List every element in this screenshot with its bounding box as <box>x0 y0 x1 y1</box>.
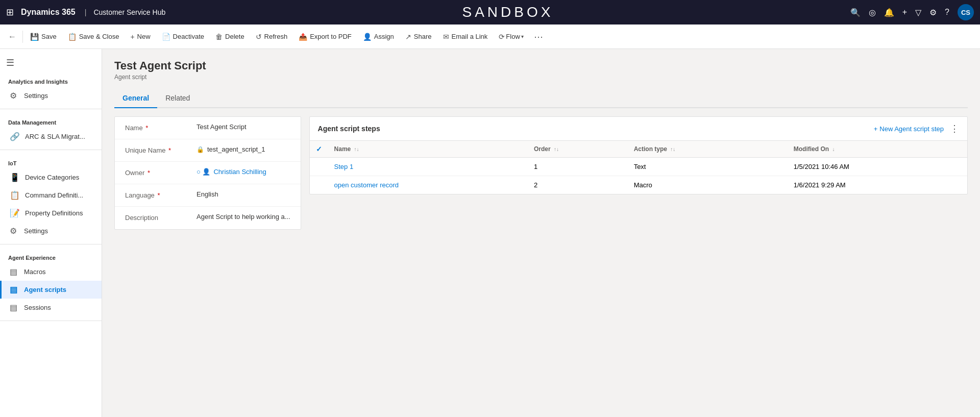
sidebar-item-label-command-def: Command Definiti... <box>25 191 83 199</box>
sidebar-item-label-property-def: Property Definitions <box>25 209 83 217</box>
sidebar-sections: Analytics and Insights⚙SettingsData Mana… <box>0 72 102 321</box>
delete-button[interactable]: 🗑 Delete <box>210 30 250 44</box>
bell-icon[interactable]: 🔔 <box>884 8 894 17</box>
sidebar-item-settings-iot[interactable]: ⚙Settings <box>0 222 102 240</box>
assign-button[interactable]: 👤 Assign <box>358 30 399 44</box>
more-actions-button[interactable]: ⋯ <box>530 29 547 44</box>
form-label-name: Name * <box>125 123 197 132</box>
new-icon: + <box>130 33 134 41</box>
col-order-header[interactable]: Order ↑↓ <box>528 141 628 158</box>
step-action-1: Macro <box>628 176 788 194</box>
table-row: open customer record2Macro1/6/2021 9:29 … <box>310 176 967 194</box>
col-name-header[interactable]: Name ↑↓ <box>328 141 528 158</box>
tab-related[interactable]: Related <box>157 89 198 108</box>
form-label-description: Description <box>125 213 197 222</box>
flow-chevron-icon: ▾ <box>521 34 524 39</box>
table-row: Step 11Text1/5/2021 10:46 AM <box>310 158 967 176</box>
sidebar-item-icon-property-def: 📝 <box>10 208 20 218</box>
search-icon[interactable]: 🔍 <box>850 8 861 17</box>
form-row-owner: Owner *○ 👤 Christian Schilling <box>115 162 301 184</box>
row-check-0[interactable] <box>310 158 328 176</box>
col-action-header[interactable]: Action type ↑↓ <box>628 141 788 158</box>
share-button[interactable]: ↗ Share <box>400 30 437 44</box>
plus-step-icon: + <box>874 125 878 133</box>
steps-table-body: Step 11Text1/5/2021 10:46 AMopen custome… <box>310 158 967 194</box>
page-header: Test Agent Script Agent script <box>114 59 968 81</box>
sidebar-item-label-settings-iot: Settings <box>24 227 48 235</box>
sidebar-item-agent-scripts[interactable]: ▤Agent scripts <box>0 281 102 299</box>
lock-icon: 🔒 <box>197 146 204 153</box>
flow-button[interactable]: ⟳ Flow ▾ <box>494 30 528 44</box>
sidebar-item-device-categories[interactable]: 📱Device Categories <box>0 168 102 186</box>
form-row-description: DescriptionAgent Script to help working … <box>115 207 301 229</box>
form-value-unique-name: 🔒test_agent_script_1 <box>197 145 290 153</box>
tab-general[interactable]: General <box>114 89 157 108</box>
delete-icon: 🗑 <box>215 33 223 41</box>
sidebar-section-label: IoT <box>0 154 102 168</box>
user-avatar[interactable]: CS <box>958 4 974 20</box>
sidebar-toggle-button[interactable]: ☰ <box>0 53 102 72</box>
filter-icon[interactable]: ▽ <box>915 8 921 17</box>
steps-header: Agent script steps + New Agent script st… <box>310 117 967 141</box>
col-check: ✓ <box>310 141 328 158</box>
export-button[interactable]: 📤 Export to PDF <box>293 30 357 44</box>
steps-card: Agent script steps + New Agent script st… <box>309 116 968 194</box>
sidebar-item-icon-device-categories: 📱 <box>10 173 20 182</box>
gear-icon[interactable]: ⚙ <box>929 8 937 17</box>
name-sort-icon: ↑↓ <box>354 146 359 152</box>
sidebar-divider <box>0 150 102 150</box>
save-label: Save <box>41 33 57 40</box>
sidebar-item-label-device-categories: Device Categories <box>25 174 79 181</box>
form-value-name: Test Agent Script <box>197 123 290 131</box>
form-value-language: English <box>197 190 290 198</box>
form-text-language: English <box>197 190 218 198</box>
form-text-name: Test Agent Script <box>197 123 247 131</box>
action-sort-icon: ↑↓ <box>670 146 675 152</box>
form-row-name: Name *Test Agent Script <box>115 117 301 139</box>
sidebar-item-icon-macros: ▤ <box>10 267 19 277</box>
form-row-language: Language *English <box>115 184 301 207</box>
sidebar-section-label: Data Management <box>0 113 102 128</box>
required-indicator: * <box>144 124 149 132</box>
new-button[interactable]: + New <box>125 30 155 44</box>
deactivate-button[interactable]: 📄 Deactivate <box>157 30 209 44</box>
brand-name: Dynamics 365 <box>21 8 76 17</box>
steps-table: ✓ Name ↑↓ Order ↑↓ Action type ↑↓ <box>310 141 967 194</box>
sidebar-divider <box>0 109 102 109</box>
sidebar-item-icon-agent-scripts: ▤ <box>10 285 19 295</box>
sidebar-item-macros[interactable]: ▤Macros <box>0 263 102 281</box>
help-icon[interactable]: ? <box>945 8 949 17</box>
save-close-button[interactable]: 📋 Save & Close <box>63 30 125 44</box>
new-label: New <box>137 33 151 40</box>
plus-icon[interactable]: + <box>902 8 907 17</box>
form-value-owner[interactable]: ○ 👤 Christian Schilling <box>197 168 290 176</box>
refresh-button[interactable]: ↺ Refresh <box>251 30 293 44</box>
row-check-1[interactable] <box>310 176 328 194</box>
toolbar-separator-1 <box>22 31 23 43</box>
sidebar-item-arc-sla[interactable]: 🔗ARC & SLA Migrat... <box>0 128 102 145</box>
export-icon: 📤 <box>299 33 307 41</box>
step-name-0[interactable]: Step 1 <box>328 158 528 176</box>
sidebar-item-icon-settings-ai: ⚙ <box>10 91 19 101</box>
step-modified-0: 1/5/2021 10:46 AM <box>788 158 967 176</box>
assign-label: Assign <box>374 33 394 40</box>
sidebar-item-property-def[interactable]: 📝Property Definitions <box>0 204 102 222</box>
sandbox-title: SANDBOX <box>170 4 845 20</box>
step-modified-1: 1/6/2021 9:29 AM <box>788 176 967 194</box>
steps-more-button[interactable]: ⋮ <box>950 123 959 134</box>
col-modified-header[interactable]: Modified On ↓ <box>788 141 967 158</box>
add-step-button[interactable]: + New Agent script step <box>874 125 944 133</box>
back-button[interactable]: ← <box>4 30 20 43</box>
sidebar-item-icon-arc-sla: 🔗 <box>10 132 20 141</box>
step-name-1[interactable]: open customer record <box>328 176 528 194</box>
share-icon: ↗ <box>405 33 411 41</box>
sidebar-item-settings-ai[interactable]: ⚙Settings <box>0 87 102 105</box>
target-icon[interactable]: ◎ <box>869 8 876 17</box>
refresh-label: Refresh <box>264 33 288 40</box>
email-button[interactable]: ✉ Email a Link <box>438 30 493 44</box>
sidebar-item-command-def[interactable]: 📋Command Definiti... <box>0 186 102 204</box>
sidebar-item-sessions[interactable]: ▤Sessions <box>0 299 102 316</box>
waffle-menu[interactable]: ⊞ <box>6 7 14 18</box>
save-button[interactable]: 💾 Save <box>25 30 62 44</box>
refresh-icon: ↺ <box>256 33 262 41</box>
